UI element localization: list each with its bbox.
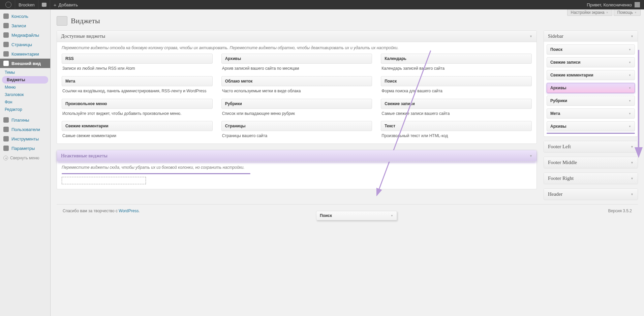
widget-item: ТекстПроизвольный текст или HTML-код bbox=[381, 121, 532, 139]
widget-handle[interactable]: Поиск bbox=[381, 76, 532, 86]
sidebar-area: Sidebar▼ Поиск▼ Свежие записи▼ Свежие ко… bbox=[544, 30, 638, 137]
menu-posts[interactable]: Записи bbox=[0, 21, 50, 30]
footer-wp-link[interactable]: WordPress bbox=[119, 209, 139, 213]
chevron-down-icon[interactable]: ▼ bbox=[529, 35, 532, 38]
chevron-down-icon: ▼ bbox=[628, 74, 631, 77]
sidebar-widget[interactable]: Рубрики▼ bbox=[547, 96, 635, 106]
media-icon bbox=[3, 32, 9, 38]
dragged-widget[interactable]: Поиск ▼ bbox=[316, 211, 397, 220]
inactive-widgets-title[interactable]: Неактивные виджеты ▼ bbox=[57, 150, 536, 162]
sidebar-widget[interactable]: Мета▼ bbox=[547, 108, 635, 119]
add-new[interactable]: +Добавить bbox=[50, 0, 81, 9]
widget-handle[interactable]: Облако меток bbox=[221, 76, 372, 86]
dashboard-icon bbox=[3, 13, 9, 19]
available-widgets-title[interactable]: Доступные виджеты ▼ bbox=[57, 31, 536, 42]
menu-comments[interactable]: Комментарии bbox=[0, 49, 50, 59]
submenu-themes[interactable]: Темы bbox=[0, 69, 50, 76]
chevron-down-icon: ▼ bbox=[628, 87, 631, 90]
submenu-background[interactable]: Фон bbox=[0, 98, 50, 106]
widget-item: Свежие записиСамые свежие записи вашего … bbox=[381, 99, 532, 117]
posts-icon bbox=[3, 23, 9, 28]
footer-right-area[interactable]: Footer Right▼ bbox=[544, 172, 638, 184]
widget-desc: Часто используемые метки в виде облака bbox=[221, 86, 372, 94]
sidebar-widget[interactable]: Свежие комментарии▼ bbox=[547, 70, 635, 80]
widget-item: RSSЗаписи из любой ленты RSS или Atom bbox=[62, 54, 213, 71]
submenu-menus[interactable]: Меню bbox=[0, 84, 50, 91]
screen-options-tab[interactable]: Настройки экрана▼ bbox=[567, 9, 612, 16]
tools-icon bbox=[3, 136, 9, 141]
widget-desc: Календарь записей вашего сайта bbox=[381, 64, 532, 71]
collapse-menu[interactable]: ◂Свернуть меню bbox=[0, 153, 50, 163]
users-icon bbox=[3, 127, 9, 132]
chevron-down-icon: ▼ bbox=[628, 112, 631, 115]
wordpress-icon bbox=[5, 2, 11, 8]
sidebar-widget[interactable]: Поиск▼ bbox=[547, 44, 635, 55]
widget-desc: Произвольный текст или HTML-код bbox=[381, 131, 532, 139]
menu-pages[interactable]: Страницы bbox=[0, 40, 50, 49]
widget-desc: Используйте этот виджет, чтобы добавить … bbox=[62, 109, 213, 117]
appearance-submenu: Темы Виджеты Меню Заголовок Фон Редактор bbox=[0, 68, 50, 115]
avatar-icon[interactable] bbox=[635, 2, 640, 7]
submenu-header[interactable]: Заголовок bbox=[0, 91, 50, 98]
greeting[interactable]: Привет, Колесниченко bbox=[587, 2, 632, 7]
comments-bubble[interactable] bbox=[38, 0, 50, 9]
menu-settings[interactable]: Параметры bbox=[0, 144, 50, 153]
site-name[interactable]: Brocken bbox=[15, 0, 38, 9]
page-title: Виджеты bbox=[57, 16, 638, 26]
widget-item: Свежие комментарииСамые свежие комментар… bbox=[62, 121, 213, 139]
settings-icon bbox=[3, 146, 9, 151]
chevron-down-icon: ▼ bbox=[606, 11, 609, 14]
menu-media[interactable]: Медиафайлы bbox=[0, 30, 50, 40]
widget-handle[interactable]: Страницы bbox=[221, 121, 372, 131]
submenu-widgets[interactable]: Виджеты bbox=[2, 76, 48, 84]
chevron-down-icon[interactable]: ▼ bbox=[529, 154, 532, 158]
widget-item: СтраницыСтраницы вашего сайта bbox=[221, 121, 372, 139]
menu-tools[interactable]: Инструменты bbox=[0, 134, 50, 144]
menu-plugins[interactable]: Плагины bbox=[0, 115, 50, 125]
plugins-icon bbox=[3, 117, 9, 123]
chevron-down-icon: ▼ bbox=[631, 161, 634, 164]
collapse-icon: ◂ bbox=[3, 156, 8, 160]
widget-handle[interactable]: Архивы bbox=[221, 54, 372, 64]
drop-placeholder[interactable] bbox=[62, 177, 146, 184]
header-area[interactable]: Header▼ bbox=[544, 188, 638, 200]
widget-handle[interactable]: Мета bbox=[62, 76, 213, 86]
chevron-down-icon: ▼ bbox=[628, 99, 631, 102]
widget-handle[interactable]: Календарь bbox=[381, 54, 532, 64]
help-tab[interactable]: Помощь▼ bbox=[614, 9, 641, 16]
wp-logo[interactable] bbox=[2, 0, 15, 9]
widget-handle[interactable]: Текст bbox=[381, 121, 532, 131]
widget-desc: Архив записей вашего сайта по месяцам bbox=[221, 64, 372, 71]
menu-users[interactable]: Пользователи bbox=[0, 125, 50, 134]
annotation-underline bbox=[547, 133, 635, 134]
widget-desc: Список или выпадающее меню рубрик bbox=[221, 109, 372, 117]
menu-appearance[interactable]: Внешний вид bbox=[0, 59, 50, 68]
footer-left-area[interactable]: Footer Left▼ bbox=[544, 141, 638, 153]
widget-handle[interactable]: Рубрики bbox=[221, 99, 372, 109]
comments-icon bbox=[3, 51, 9, 57]
sidebar-widget-highlighted[interactable]: Архивы▼ bbox=[547, 83, 635, 93]
widget-desc: Форма поиска для вашего сайта bbox=[381, 86, 532, 94]
chevron-down-icon[interactable]: ▼ bbox=[631, 35, 634, 38]
widget-handle[interactable]: Свежие комментарии bbox=[62, 121, 213, 131]
widget-desc: Ссылки на вход/выход, панель администрир… bbox=[62, 86, 213, 94]
submenu-editor[interactable]: Редактор bbox=[0, 106, 50, 113]
admin-bar: Brocken +Добавить Привет, Колесниченко bbox=[0, 0, 644, 9]
sidebar-widget[interactable]: Архивы▼ bbox=[547, 121, 635, 131]
chevron-down-icon: ▼ bbox=[391, 214, 393, 217]
available-widgets-panel: Доступные виджеты ▼ Переместите виджеты … bbox=[57, 30, 537, 144]
widget-desc: Самые свежие комментарии bbox=[62, 131, 213, 139]
widget-handle[interactable]: Произвольное меню bbox=[62, 99, 213, 109]
sidebar-area-title[interactable]: Sidebar▼ bbox=[544, 31, 638, 42]
widget-handle[interactable]: RSS bbox=[62, 54, 213, 64]
sidebar-widget[interactable]: Свежие записи▼ bbox=[547, 57, 635, 67]
widget-handle[interactable]: Свежие записи bbox=[381, 99, 532, 109]
widget-item: КалендарьКалендарь записей вашего сайта bbox=[381, 54, 532, 71]
menu-dashboard[interactable]: Консоль bbox=[0, 11, 50, 21]
widget-item: АрхивыАрхив записей вашего сайта по меся… bbox=[221, 54, 372, 71]
inactive-widgets-panel: Неактивные виджеты ▼ Переместите виджеты… bbox=[57, 150, 537, 189]
widget-item: РубрикиСписок или выпадающее меню рубрик bbox=[221, 99, 372, 117]
inactive-desc: Переместите виджеты сюда, чтобы убрать и… bbox=[62, 165, 532, 170]
footer-middle-area[interactable]: Footer Middle▼ bbox=[544, 157, 638, 168]
available-desc: Переместите виджеты отсюда на боковую ко… bbox=[62, 45, 532, 50]
